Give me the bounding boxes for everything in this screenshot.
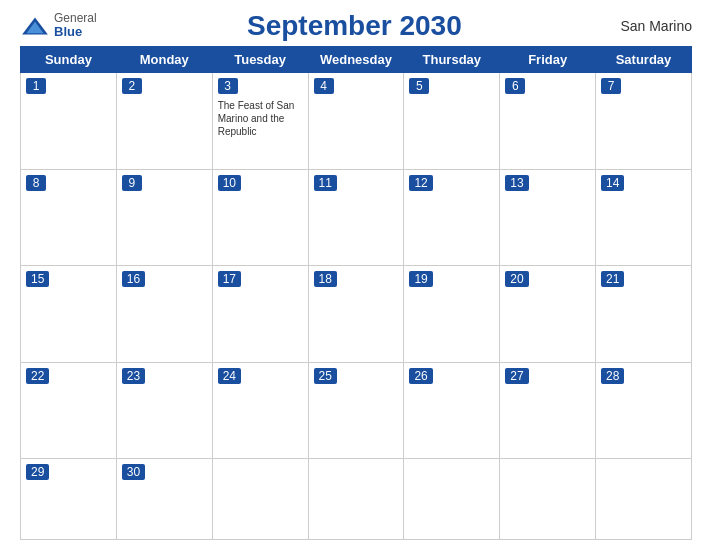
calendar-title: September 2030 [247, 10, 462, 42]
day-number: 14 [601, 175, 624, 191]
day-number: 18 [314, 271, 337, 287]
weekday-header-tuesday: Tuesday [212, 47, 308, 73]
weekday-header-sunday: Sunday [21, 47, 117, 73]
day-number: 3 [218, 78, 238, 94]
day-number: 4 [314, 78, 334, 94]
calendar-header: SundayMondayTuesdayWednesdayThursdayFrid… [21, 47, 692, 73]
calendar-day: 28 [596, 362, 692, 459]
calendar-week-5: 2930 [21, 459, 692, 540]
calendar-day: 27 [500, 362, 596, 459]
weekday-header-wednesday: Wednesday [308, 47, 404, 73]
day-number: 21 [601, 271, 624, 287]
calendar-day: 20 [500, 266, 596, 363]
calendar-day [596, 459, 692, 540]
day-number: 2 [122, 78, 142, 94]
day-number: 5 [409, 78, 429, 94]
calendar-day: 22 [21, 362, 117, 459]
day-number: 10 [218, 175, 241, 191]
calendar-day: 6 [500, 73, 596, 170]
day-number: 17 [218, 271, 241, 287]
logo-text: General Blue [54, 12, 97, 39]
calendar-day: 24 [212, 362, 308, 459]
day-number: 26 [409, 368, 432, 384]
calendar-day: 26 [404, 362, 500, 459]
logo: General Blue [20, 12, 97, 39]
day-number: 25 [314, 368, 337, 384]
calendar-day: 19 [404, 266, 500, 363]
calendar-day: 12 [404, 169, 500, 266]
day-number: 8 [26, 175, 46, 191]
calendar-day: 10 [212, 169, 308, 266]
calendar-day: 25 [308, 362, 404, 459]
calendar-week-3: 15161718192021 [21, 266, 692, 363]
calendar-day: 7 [596, 73, 692, 170]
calendar-day: 3The Feast of San Marino and the Republi… [212, 73, 308, 170]
calendar-body: 123The Feast of San Marino and the Repub… [21, 73, 692, 540]
day-number: 27 [505, 368, 528, 384]
calendar-day: 15 [21, 266, 117, 363]
calendar-day [404, 459, 500, 540]
calendar-day: 9 [116, 169, 212, 266]
day-number: 20 [505, 271, 528, 287]
country-label: San Marino [612, 18, 692, 34]
header: General Blue September 2030 San Marino [20, 10, 692, 42]
day-number: 13 [505, 175, 528, 191]
day-number: 22 [26, 368, 49, 384]
calendar-week-2: 891011121314 [21, 169, 692, 266]
day-number: 24 [218, 368, 241, 384]
weekday-header-friday: Friday [500, 47, 596, 73]
calendar-day: 14 [596, 169, 692, 266]
day-number: 29 [26, 464, 49, 480]
calendar-day [500, 459, 596, 540]
calendar-week-1: 123The Feast of San Marino and the Repub… [21, 73, 692, 170]
day-number: 15 [26, 271, 49, 287]
day-number: 12 [409, 175, 432, 191]
day-number: 6 [505, 78, 525, 94]
day-number: 19 [409, 271, 432, 287]
weekday-header-row: SundayMondayTuesdayWednesdayThursdayFrid… [21, 47, 692, 73]
calendar-day: 8 [21, 169, 117, 266]
calendar-day: 4 [308, 73, 404, 170]
weekday-header-thursday: Thursday [404, 47, 500, 73]
calendar-day: 17 [212, 266, 308, 363]
generalblue-logo-icon [20, 16, 50, 36]
day-number: 23 [122, 368, 145, 384]
day-number: 1 [26, 78, 46, 94]
calendar-week-4: 22232425262728 [21, 362, 692, 459]
calendar-day: 30 [116, 459, 212, 540]
calendar-day: 11 [308, 169, 404, 266]
calendar-day: 21 [596, 266, 692, 363]
day-number: 9 [122, 175, 142, 191]
day-number: 7 [601, 78, 621, 94]
day-number: 30 [122, 464, 145, 480]
day-number: 28 [601, 368, 624, 384]
weekday-header-saturday: Saturday [596, 47, 692, 73]
calendar-table: SundayMondayTuesdayWednesdayThursdayFrid… [20, 46, 692, 540]
calendar-day: 18 [308, 266, 404, 363]
calendar-day: 13 [500, 169, 596, 266]
weekday-header-monday: Monday [116, 47, 212, 73]
calendar-day: 2 [116, 73, 212, 170]
logo-blue: Blue [54, 25, 97, 39]
calendar-day: 23 [116, 362, 212, 459]
day-number: 16 [122, 271, 145, 287]
calendar-day: 16 [116, 266, 212, 363]
day-number: 11 [314, 175, 337, 191]
calendar-day [308, 459, 404, 540]
event-text: The Feast of San Marino and the Republic [218, 99, 303, 138]
calendar-day: 1 [21, 73, 117, 170]
calendar-day: 5 [404, 73, 500, 170]
calendar-day: 29 [21, 459, 117, 540]
calendar-day [212, 459, 308, 540]
